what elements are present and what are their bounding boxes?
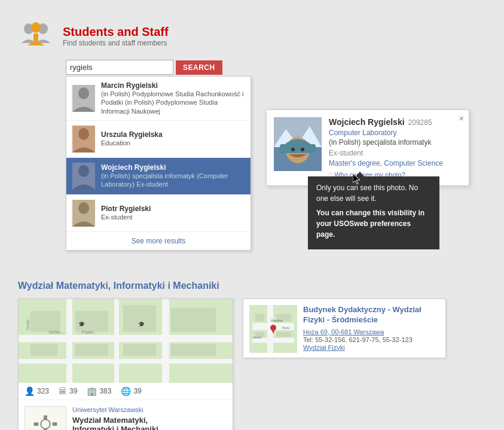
building-icon: 🏛 [59,386,67,396]
svg-text:ykowa: ykowa [253,336,261,339]
profile-id: 209285 [408,118,432,127]
svg-rect-25 [30,311,60,332]
svg-rect-16 [280,144,316,153]
profile-photo [274,117,322,171]
item-detail: (in Polish) Podyplomowe Studia Rachunkow… [101,90,245,115]
svg-rect-31 [123,344,156,356]
svg-text:Gróje...: Gróje... [26,316,30,330]
svg-rect-3 [33,33,38,42]
page-title: Students and Staff [63,25,169,39]
list-item[interactable]: Wojciech Rygielski (in Polish) specjalis… [66,158,251,195]
item-info: Piotr Rygielski Ex-student [101,205,245,221]
stat-rooms-count: 383 [99,387,111,395]
header-section: Students and Staff Find students and sta… [0,0,504,60]
dept-title: Wydział Matematyki, Informatyki i Mechan… [18,280,486,291]
close-icon[interactable]: × [459,114,464,123]
profile-department-link[interactable]: Computer Laboratory [329,129,462,137]
svg-text:🎓: 🎓 [78,321,85,328]
logo-icon [18,18,54,54]
avatar [72,200,95,227]
building-dept-link[interactable]: Wydział Fizyki [303,344,345,351]
svg-point-2 [31,22,41,33]
search-button[interactable]: SEARCH [176,60,222,75]
item-name: Marcin Rygielski [101,81,245,90]
rooms-icon: 🏢 [87,386,97,396]
search-dropdown: Marcin Rygielski (in Polish) Podyplomowe… [66,76,251,251]
tooltip-line2: You can change this visibility in your U… [316,208,431,240]
building-map: Wspólna Hoża ykowa [249,305,297,353]
map-card: Gróje... Stefan... ...Paster... 🎓 🎓 👤 32… [18,298,233,430]
avatar [72,126,95,153]
svg-rect-32 [171,344,216,356]
svg-text:Hoża: Hoża [282,326,289,330]
item-info: Wojciech Rygielski (in Polish) specjalis… [101,163,245,189]
see-more-link[interactable]: See more results [66,232,251,250]
tooltip-line1: Only you can see this photo. No one else… [316,182,431,204]
svg-point-9 [78,165,89,177]
profile-name: Wojciech Rygielski [329,117,405,127]
stat-groups-count: 39 [133,387,141,395]
avatar [72,163,95,190]
svg-rect-27 [123,305,156,332]
building-card: Wspólna Hoża ykowa Budynek Dydaktyczny -… [243,298,446,358]
profile-status: Ex-student [329,149,462,157]
svg-rect-43 [53,422,57,426]
svg-text:...Paster...: ...Paster... [78,330,97,334]
item-info: Urszula Rygielska Education [101,130,245,147]
list-item[interactable]: Piotr Rygielski Ex-student [66,195,251,232]
map-area: Gróje... Stefan... ...Paster... 🎓 🎓 [19,299,233,383]
svg-rect-29 [30,344,57,356]
item-detail: Ex-student [101,213,245,221]
svg-point-7 [78,128,89,140]
list-item[interactable]: Marcin Rygielski (in Polish) Podyplomowe… [66,77,251,121]
profile-card: Wojciech Rygielski 209285 Computer Labor… [266,109,469,186]
avatar [72,85,95,112]
item-name: Urszula Rygielska [101,130,245,139]
svg-rect-53 [255,314,264,321]
svg-rect-28 [171,308,216,332]
building-tel: Tel: 55-32-156, 621-97-75, 55-32-123 [303,336,439,343]
svg-text:Wspólna: Wspólna [271,319,283,322]
header-text: Students and Staff Find students and sta… [63,25,169,47]
building-info: Budynek Dydaktyczny - Wydział Fizyki - Ś… [303,305,439,352]
stat-people: 👤 323 [25,386,49,396]
search-input[interactable] [66,60,173,75]
item-detail: (in Polish) specjalista informatyk (Comp… [101,172,245,189]
svg-rect-21 [19,359,233,364]
item-detail: Education [101,139,245,147]
stat-rooms: 🏢 383 [87,386,111,396]
stat-buildings-count: 39 [69,387,77,395]
list-item[interactable]: Urszula Rygielska Education [66,121,251,158]
dept-logo [25,406,66,430]
svg-point-18 [301,148,304,151]
svg-rect-56 [276,332,291,337]
item-info: Marcin Rygielski (in Polish) Podyplomowe… [101,81,245,115]
people-icon: 👤 [25,386,35,396]
stat-groups: 🌐 39 [121,386,141,396]
svg-rect-42 [34,422,39,426]
svg-rect-40 [44,415,47,420]
svg-text:Stefan...: Stefan... [48,330,64,334]
building-address[interactable]: Hoża 69, 00-681 Warszawa [303,328,384,336]
search-bar: SEARCH [66,60,486,75]
profile-degree-link[interactable]: Master's degree, Computer Science [329,159,462,167]
item-name: Wojciech Rygielski [101,163,245,172]
item-name: Piotr Rygielski [101,205,245,213]
profile-card-inner: Wojciech Rygielski 209285 Computer Labor… [267,110,469,185]
university-name: Uniwersytet Warszawski [72,406,160,413]
stat-people-count: 323 [37,387,49,395]
profile-role: (in Polish) specjalista informatyk [329,138,462,147]
svg-point-17 [291,148,295,151]
svg-point-11 [78,202,89,214]
svg-rect-23 [114,299,119,383]
tooltip: Only you can see this photo. No one else… [308,176,439,249]
svg-point-5 [78,87,89,99]
bottom-section: Wydział Matematyki, Informatyki i Mechan… [0,269,504,430]
dept-info-area: Uniwersytet Warszawski Wydział Matematyk… [19,400,233,430]
building-title: Budynek Dydaktyczny - Wydział Fizyki - Ś… [303,305,439,325]
svg-rect-20 [19,335,233,342]
cards-row: Gróje... Stefan... ...Paster... 🎓 🎓 👤 32… [18,298,486,430]
dept-info-text: Uniwersytet Warszawski Wydział Matematyk… [72,406,160,430]
stat-buildings: 🏛 39 [59,386,77,396]
svg-rect-24 [162,299,169,383]
